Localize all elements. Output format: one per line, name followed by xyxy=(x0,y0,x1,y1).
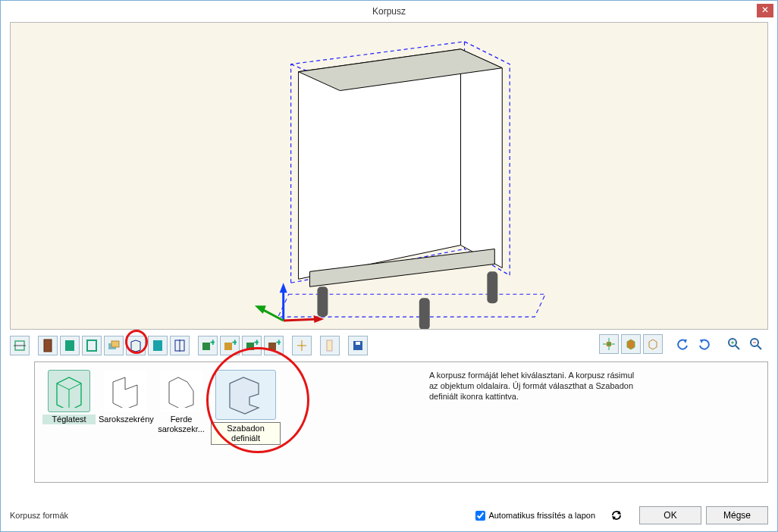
svg-rect-37 xyxy=(356,342,360,345)
status-bar: Korpusz formák Automatikus frissítés a l… xyxy=(10,505,768,525)
auto-update-input[interactable] xyxy=(475,511,485,521)
svg-rect-22 xyxy=(153,340,162,351)
tool-flag-icon[interactable] xyxy=(320,336,340,355)
svg-rect-31 xyxy=(268,343,276,350)
svg-rect-17 xyxy=(65,340,74,351)
tool-front-green-icon[interactable] xyxy=(60,336,80,355)
close-button[interactable]: ✕ xyxy=(757,4,773,17)
ok-button[interactable]: OK xyxy=(639,506,701,524)
svg-text:✚: ✚ xyxy=(232,339,237,346)
tool-box-view-icon[interactable] xyxy=(621,334,641,354)
tool-plus4-icon[interactable]: ✚ xyxy=(264,336,284,355)
svg-marker-44 xyxy=(700,340,704,343)
cabinet-preview-drawing xyxy=(11,23,767,329)
tool-mirror-icon[interactable] xyxy=(292,336,312,355)
auto-update-label: Automatikus frissítés a lapon xyxy=(488,511,595,520)
gallery-label: Ferde sarokszekr... xyxy=(155,415,208,434)
zoom-out-icon[interactable] xyxy=(746,334,766,354)
gallery-item-sarokszekreny[interactable]: Sarokszekrény xyxy=(99,370,152,424)
svg-marker-9 xyxy=(280,283,287,293)
svg-marker-43 xyxy=(683,340,687,343)
svg-marker-13 xyxy=(255,305,266,314)
svg-line-54 xyxy=(69,383,81,390)
svg-text:✚: ✚ xyxy=(254,339,259,346)
svg-marker-21 xyxy=(131,340,140,352)
tool-extend-icon[interactable] xyxy=(170,336,190,355)
svg-rect-27 xyxy=(224,343,232,350)
gallery-item-ferde-sarok[interactable]: Ferde sarokszekr... xyxy=(155,370,208,434)
gallery-label: Szabadon definiált xyxy=(211,422,281,445)
svg-rect-6 xyxy=(419,298,430,329)
svg-line-46 xyxy=(736,346,739,349)
tool-plus1-icon[interactable]: ✚ xyxy=(198,336,218,355)
cancel-button[interactable]: Mégse xyxy=(706,506,768,524)
redo-icon[interactable] xyxy=(695,334,714,354)
shape-rect-box-icon xyxy=(48,370,90,412)
tool-plus2-icon[interactable]: ✚ xyxy=(220,336,240,355)
toolbar: ✚ ✚ ✚ ✚ xyxy=(10,334,768,357)
tool-layers-icon[interactable] xyxy=(104,336,124,355)
svg-rect-29 xyxy=(246,343,254,350)
svg-rect-5 xyxy=(317,286,328,317)
shape-angled-corner-icon xyxy=(160,370,202,412)
svg-rect-18 xyxy=(87,340,96,351)
tool-wireframe-icon[interactable] xyxy=(643,334,663,354)
zoom-in-icon[interactable] xyxy=(724,334,744,354)
undo-icon[interactable] xyxy=(673,334,692,354)
svg-rect-35 xyxy=(327,340,332,351)
shape-freeform-icon xyxy=(215,370,276,420)
window-title: Korpusz xyxy=(1,1,777,22)
dialog-window: Korpusz ✕ xyxy=(0,0,778,532)
titlebar: Korpusz ✕ xyxy=(1,1,777,22)
auto-update-checkbox[interactable]: Automatikus frissítés a lapon xyxy=(472,509,595,523)
tool-cabinet-teal-icon[interactable] xyxy=(148,336,168,355)
tool-door-icon[interactable] xyxy=(38,336,58,355)
shape-gallery-panel: Téglatest Sarokszekrény Ferde sarokszekr… xyxy=(34,361,768,483)
refresh-button[interactable] xyxy=(607,506,626,524)
tool-dimensions-icon[interactable] xyxy=(10,336,30,355)
svg-text:✚: ✚ xyxy=(210,339,215,346)
gallery-item-teglatest[interactable]: Téglatest xyxy=(42,370,96,424)
svg-text:✚: ✚ xyxy=(276,339,281,346)
gallery-label: Téglatest xyxy=(42,415,96,424)
svg-line-50 xyxy=(758,346,761,349)
svg-rect-25 xyxy=(202,343,210,350)
svg-marker-41 xyxy=(627,340,635,349)
svg-rect-20 xyxy=(111,341,119,347)
svg-rect-16 xyxy=(44,340,52,352)
svg-marker-2 xyxy=(461,49,503,268)
gallery-help-text: A korpusz formáját lehet kiválasztani. A… xyxy=(429,370,642,402)
tool-openframe-icon[interactable] xyxy=(82,336,102,355)
tool-plus3-icon[interactable]: ✚ xyxy=(242,336,262,355)
svg-line-53 xyxy=(57,383,69,390)
svg-rect-7 xyxy=(487,271,497,303)
tool-corpus-shape-icon[interactable] xyxy=(126,336,146,355)
preview-3d-pane[interactable] xyxy=(10,22,768,330)
section-label: Korpusz formák xyxy=(10,511,472,520)
tool-move-icon[interactable] xyxy=(599,334,619,354)
tool-save-icon[interactable] xyxy=(348,336,368,355)
gallery-item-szabadon-definialt[interactable]: Szabadon definiált xyxy=(211,370,281,445)
svg-marker-42 xyxy=(649,340,657,349)
gallery-label: Sarokszekrény xyxy=(99,415,152,424)
shape-corner-icon xyxy=(104,370,146,412)
